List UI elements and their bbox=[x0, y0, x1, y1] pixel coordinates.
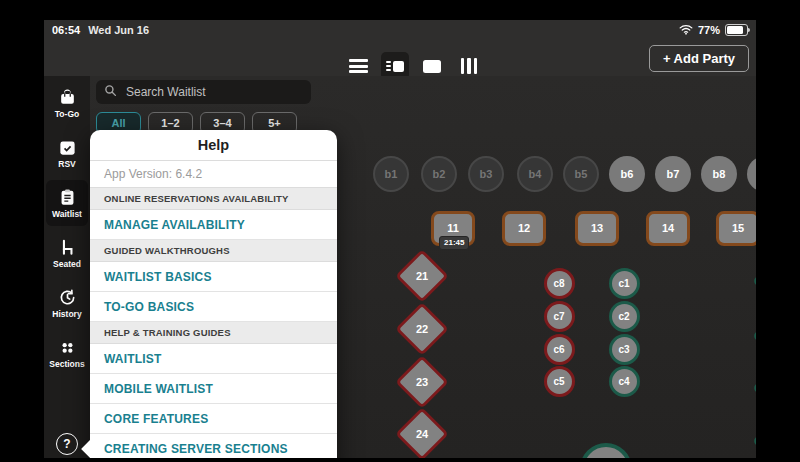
status-bar: 06:54 Wed Jun 16 77% bbox=[44, 20, 756, 40]
table-b7[interactable]: b7 bbox=[655, 156, 691, 192]
status-date: Wed Jun 16 bbox=[88, 24, 149, 36]
sidebar-item-history[interactable]: History bbox=[46, 280, 88, 326]
table-24[interactable]: 24 bbox=[395, 407, 449, 458]
table-label: c4 bbox=[618, 376, 629, 387]
sidebar-item-label: Sections bbox=[49, 359, 84, 369]
help-section-header: HELP & TRAINING GUIDES bbox=[90, 322, 337, 344]
chair-icon bbox=[58, 238, 77, 257]
table-label: 13 bbox=[591, 222, 603, 234]
table-34[interactable]: 34 bbox=[752, 414, 756, 458]
table-22[interactable]: 22 bbox=[395, 302, 449, 356]
table-timer-badge: 21:45 bbox=[439, 236, 469, 250]
help-link-manage-availability[interactable]: MANAGE AVAILABILITY bbox=[90, 210, 337, 240]
table-b4[interactable]: b4 bbox=[517, 156, 553, 192]
table-label: b3 bbox=[480, 168, 493, 180]
table-label: c6 bbox=[553, 344, 564, 355]
table-label: c5 bbox=[553, 376, 564, 387]
clipboard-icon bbox=[58, 188, 77, 207]
app-version: App Version: 6.4.2 bbox=[90, 161, 337, 188]
table-c3[interactable]: c3 bbox=[609, 334, 640, 365]
table-label: 21 bbox=[416, 270, 428, 282]
sidebar-item-rsv[interactable]: RSV bbox=[46, 130, 88, 176]
table-label: b6 bbox=[621, 168, 634, 180]
clock: 06:54 bbox=[52, 24, 80, 36]
table-label: b8 bbox=[713, 168, 726, 180]
search-input[interactable] bbox=[124, 84, 303, 100]
history-clock-icon bbox=[58, 288, 77, 307]
table-c5[interactable]: c5 bbox=[544, 366, 575, 397]
sidebar-item-label: History bbox=[52, 309, 81, 319]
search-bar[interactable] bbox=[96, 80, 311, 104]
table-label: 23 bbox=[416, 376, 428, 388]
help-link-waitlist[interactable]: WAITLIST bbox=[90, 344, 337, 374]
table-c2[interactable]: c2 bbox=[609, 301, 640, 332]
table-b6[interactable]: b6 bbox=[609, 156, 645, 192]
column-view-icon bbox=[461, 58, 478, 74]
table-label: b2 bbox=[433, 168, 446, 180]
table-b5[interactable]: b5 bbox=[563, 156, 599, 192]
wifi-icon bbox=[679, 24, 693, 37]
table-label: b1 bbox=[385, 168, 398, 180]
sidebar: To-GoRSVWaitlistSeatedHistorySections ? bbox=[44, 76, 90, 458]
table-14[interactable]: 14 bbox=[646, 211, 690, 246]
table-b1[interactable]: b1 bbox=[373, 156, 409, 192]
table-label: 24 bbox=[416, 428, 428, 440]
table-label: c8 bbox=[553, 278, 564, 289]
table-label: 11 bbox=[447, 222, 459, 234]
table-b8[interactable]: b8 bbox=[701, 156, 737, 192]
table-label: 14 bbox=[662, 222, 674, 234]
table-label: b4 bbox=[529, 168, 542, 180]
help-title: Help bbox=[90, 130, 337, 161]
table-12[interactable]: 12 bbox=[502, 211, 546, 246]
app-window: 06:54 Wed Jun 16 77% + Add Party b1b2b3b… bbox=[44, 20, 756, 458]
floor-view-icon bbox=[423, 60, 441, 73]
help-section-header: ONLINE RESERVATIONS AVAILABILITY bbox=[90, 188, 337, 210]
table-23[interactable]: 23 bbox=[395, 355, 449, 409]
table-label: b5 bbox=[575, 168, 588, 180]
table-c7[interactable]: c7 bbox=[544, 301, 575, 332]
add-party-button[interactable]: + Add Party bbox=[649, 45, 749, 72]
table-b9[interactable]: b9 bbox=[747, 156, 756, 192]
sidebar-item-seated[interactable]: Seated bbox=[46, 230, 88, 276]
table-label: c7 bbox=[553, 311, 564, 322]
sidebar-item-label: Waitlist bbox=[52, 209, 82, 219]
split-view-icon bbox=[386, 59, 404, 73]
table-c6[interactable]: c6 bbox=[544, 334, 575, 365]
table-11[interactable]: 1121:45 bbox=[431, 211, 475, 246]
table-33[interactable]: 33 bbox=[752, 361, 756, 415]
sidebar-item-label: To-Go bbox=[55, 109, 79, 119]
table-c4[interactable]: c4 bbox=[609, 366, 640, 397]
sidebar-item-to-go[interactable]: To-Go bbox=[46, 80, 88, 126]
table-21[interactable]: 21 bbox=[395, 249, 449, 303]
table-13[interactable]: 13 bbox=[575, 211, 619, 246]
table-c8[interactable]: c8 bbox=[544, 268, 575, 299]
help-link-core-features[interactable]: CORE FEATURES bbox=[90, 404, 337, 434]
calendar-check-icon bbox=[58, 138, 77, 157]
togo-bag-icon bbox=[58, 88, 77, 107]
table-b2[interactable]: b2 bbox=[421, 156, 457, 192]
table-15[interactable]: 15 bbox=[716, 211, 756, 246]
table-101[interactable]: 101 bbox=[580, 443, 632, 458]
sidebar-item-sections[interactable]: Sections bbox=[46, 330, 88, 376]
table-b3[interactable]: b3 bbox=[468, 156, 504, 192]
help-link-mobile-waitlist[interactable]: MOBILE WAITLIST bbox=[90, 374, 337, 404]
sidebar-item-label: RSV bbox=[58, 159, 75, 169]
table-32[interactable]: 32 bbox=[752, 309, 756, 363]
sidebar-item-waitlist[interactable]: Waitlist bbox=[46, 180, 88, 226]
table-label: 15 bbox=[732, 222, 744, 234]
help-link-waitlist-basics[interactable]: WAITLIST BASICS bbox=[90, 262, 337, 292]
table-label: c1 bbox=[618, 278, 629, 289]
table-label: 12 bbox=[518, 222, 530, 234]
help-link-creating-server-sections[interactable]: CREATING SERVER SECTIONS bbox=[90, 434, 337, 458]
table-label: c2 bbox=[618, 311, 629, 322]
table-label: 22 bbox=[416, 323, 428, 335]
screen: { "status_bar": { "time": "06:54", "date… bbox=[0, 0, 800, 462]
table-label: c3 bbox=[618, 344, 629, 355]
help-button[interactable]: ? bbox=[56, 433, 78, 455]
table-c1[interactable]: c1 bbox=[609, 268, 640, 299]
table-31[interactable]: 31 bbox=[752, 254, 756, 308]
sections-grid-icon bbox=[58, 338, 77, 357]
help-link-to-go-basics[interactable]: TO-GO BASICS bbox=[90, 292, 337, 322]
help-section-header: GUIDED WALKTHROUGHS bbox=[90, 240, 337, 262]
battery-percent: 77% bbox=[698, 24, 720, 36]
